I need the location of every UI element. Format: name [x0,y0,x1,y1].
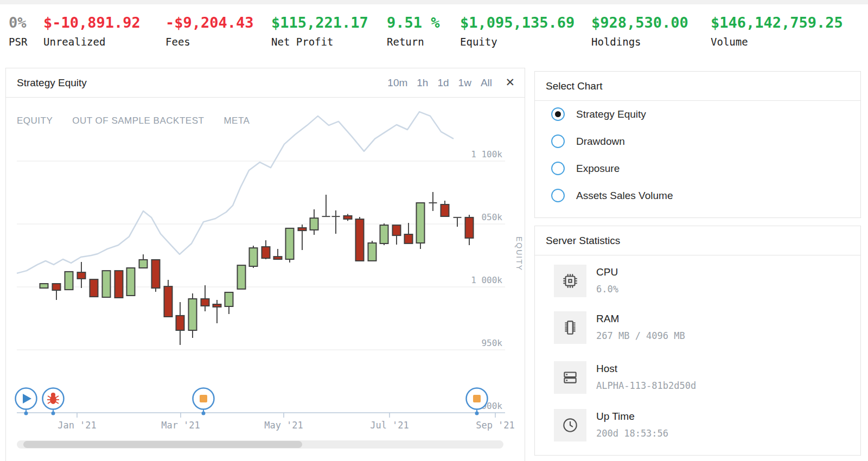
candle [90,279,98,297]
stat-return: 9.51 % Return [387,14,440,48]
server-stat-label: Up Time [596,411,668,422]
candle [262,247,270,258]
stat-label: Unrealized [43,36,141,48]
stat-fees: -$9,204.43 Fees [165,14,254,48]
stat-label: Volume [711,36,843,48]
stat-holdings: $928,530.00 Holdings [591,14,688,48]
chart-horizontal-scrollbar[interactable] [17,440,503,449]
stop-icon [473,395,481,402]
server-stat-value: 200d 18:53:56 [596,428,668,439]
clock-icon [554,409,586,441]
server-stat-text: CPU 6.0% [596,265,618,297]
server-stat-label: RAM [596,313,685,325]
stat-label: Net Profit [271,36,368,48]
candle [344,216,352,219]
candle [139,260,148,268]
server-stat-host: Host ALPHA-113-81b2d50d [554,361,696,394]
server-stat-value: 267 MB / 4096 MB [596,330,685,341]
chart-option-drawdown[interactable]: Drawdown [551,135,625,148]
candle [250,248,258,266]
stat-label: Fees [165,36,254,48]
marker-stop[interactable] [467,388,488,415]
candle [65,272,73,290]
candle [465,217,474,238]
y-axis-label: 1 000k [471,275,502,285]
y-axis-label: 1 100k [471,149,502,159]
y-axis-label: 050k [481,212,502,222]
candle [103,271,111,297]
candle [176,316,184,330]
strategy-equity-panel: Strategy Equity 10m 1h 1d 1w All ✕ EQUIT… [5,68,525,461]
x-axis-label: Jul '21 [370,420,409,431]
radio-label: Exposure [576,163,620,175]
tab-out-of-sample-backtest[interactable]: OUT OF SAMPLE BACKTEST [72,116,204,126]
stat-label: PSR [9,36,27,48]
chart-option-assets-sales-volume[interactable]: Assets Sales Volume [551,189,673,202]
server-stat-uptime: Up Time 200d 18:53:56 [554,409,668,441]
marker-stop[interactable] [193,388,214,415]
candle [417,203,425,243]
y-axis-title: EQUITY [515,236,524,271]
stat-equity: $1,095,135.69 Equity [460,14,575,48]
candle [298,228,307,230]
chart-option-exposure[interactable]: Exposure [551,162,620,175]
stat-net-profit: $115,221.17 Net Profit [271,14,368,48]
server-stat-text: Up Time 200d 18:53:56 [596,409,668,441]
candle [441,204,449,216]
candle [405,234,413,244]
chart-option-strategy-equity[interactable]: Strategy Equity [551,107,646,121]
server-stats-title: Server Statistics [546,235,620,247]
select-chart-header: Select Chart [535,72,860,101]
stat-label: Equity [460,36,575,48]
candle [189,299,197,330]
server-statistics-panel: Server Statistics CPU 6.0% [534,226,861,456]
x-axis-label: Jan '21 [58,420,97,431]
marker-play[interactable] [16,388,37,415]
candle [380,225,388,244]
candle [115,271,123,298]
candle [213,304,221,307]
stat-value: $115,221.17 [271,14,368,31]
candle [310,218,318,230]
trading-dashboard: 0% PSR $-10,891.92 Unrealized -$9,204.43… [0,0,868,461]
candle [238,265,246,289]
server-stats-header: Server Statistics [535,226,860,255]
candle [368,243,376,261]
radio-icon[interactable] [551,162,565,175]
radio-icon[interactable] [551,107,565,121]
host-icon [554,361,586,394]
candle [393,225,401,235]
candle [164,286,173,317]
stat-volume: $146,142,759.25 Volume [711,14,843,48]
server-stat-label: Host [596,363,696,375]
server-stat-value: 6.0% [596,284,618,294]
stat-unrealized: $-10,891.92 Unrealized [43,14,141,48]
server-stat-label: CPU [596,266,618,278]
tab-equity[interactable]: EQUITY [17,116,53,126]
marker-bug[interactable] [43,388,64,415]
stat-label: Return [387,36,440,48]
tab-meta[interactable]: META [224,116,250,126]
x-axis-label: Mar '21 [161,420,200,431]
candle [286,228,294,259]
server-stat-ram: RAM 267 MB / 4096 MB [554,311,685,344]
scrollbar-thumb[interactable] [23,441,302,448]
stat-value: $-10,891.92 [43,14,141,31]
candle [356,219,364,261]
stat-value: $928,530.00 [591,14,688,31]
y-axis-label: 950k [481,338,502,348]
cpu-icon [554,265,586,297]
radio-icon[interactable] [551,135,565,148]
x-axis-label: Sep '21 [476,420,515,431]
radio-icon[interactable] [551,189,565,202]
equity-candlestick-chart: 1 100k050k1 000k950k900kJan '21Mar '21Ma… [6,68,526,461]
stat-value: -$9,204.43 [165,14,254,31]
stat-psr: 0% PSR [9,14,27,48]
stat-value: 0% [9,14,27,31]
chart-tabs: EQUITY OUT OF SAMPLE BACKTEST META [17,116,250,126]
ram-icon [554,311,586,344]
stat-label: Holdings [591,36,688,48]
stat-value: $1,095,135.69 [460,14,575,31]
select-chart-title: Select Chart [546,80,603,92]
server-stat-value: ALPHA-113-81b2d50d [596,380,696,391]
